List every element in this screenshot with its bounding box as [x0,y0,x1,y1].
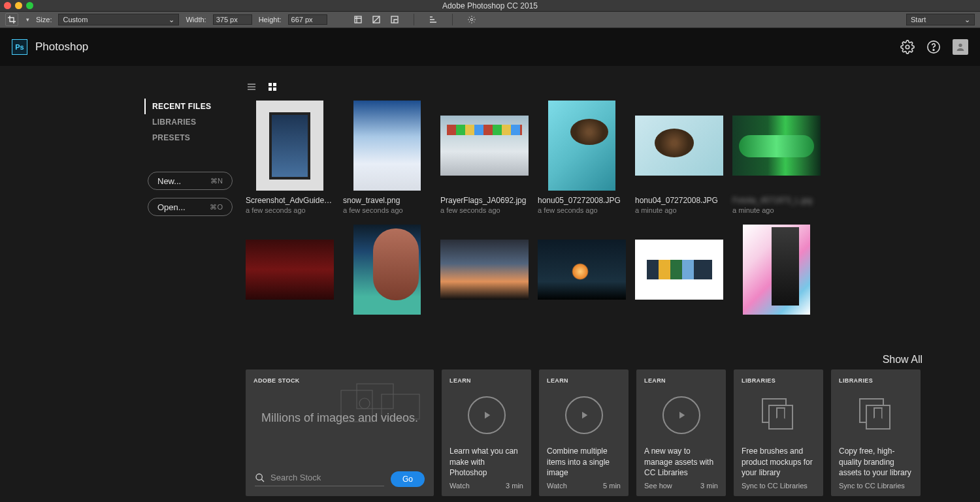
svg-point-16 [256,474,262,480]
close-window-button[interactable] [4,2,11,9]
file-name: snow_travel.png [343,196,431,205]
new-button-label: New... [157,176,181,186]
svg-rect-11 [273,87,276,91]
card-learn[interactable]: LEARN Combine multiple items into a sing… [539,369,629,496]
straighten-icon[interactable] [390,15,399,24]
svg-rect-13 [357,384,393,409]
card-action: Watch [449,482,470,490]
width-label: Width: [186,16,206,24]
card-duration: 3 min [506,482,523,490]
crop-tool-button[interactable] [5,13,18,26]
sidebar-nav: RECENT FILES LIBRARIES PRESETS [144,99,233,146]
library-stack-icon [859,398,893,432]
file-time: a few seconds ago [538,206,626,214]
view-list-icon[interactable] [247,82,256,91]
recent-file-item[interactable]: PrayerFlags_JA0692.jpg a few seconds ago [440,101,529,214]
height-input[interactable] [288,14,327,25]
file-name: honu04_07272008.JPG [635,196,723,205]
height-label: Height: [259,16,282,24]
clear-crop-icon[interactable] [372,15,381,24]
play-icon [662,396,700,434]
library-stack-icon [762,398,796,432]
svg-point-3 [470,18,473,21]
recent-file-item[interactable]: honu05_07272008.JPG a few seconds ago [538,101,626,214]
gear-icon[interactable] [467,15,476,24]
recent-file-item[interactable] [732,225,821,315]
file-time: a few seconds ago [246,206,334,214]
card-duration: 3 min [700,482,718,490]
file-time: a minute ago [635,206,723,214]
card-desc: Combine multiple items into a single ima… [547,446,621,478]
recent-file-item[interactable] [246,225,334,315]
photoshop-logo-icon: Ps [12,39,27,55]
new-button[interactable]: New... ⌘N [148,172,233,190]
size-preset-dropdown[interactable]: Custom ⌄ [58,14,179,25]
thumbnail [635,240,723,300]
view-grid-icon[interactable] [268,82,277,91]
file-name: PrayerFlags_JA0692.jpg [440,196,529,205]
recent-file-item[interactable] [440,225,529,315]
recent-file-item[interactable] [343,225,431,315]
recent-file-item[interactable]: Screenshot_AdvGuide_iPho… a few seconds … [246,101,334,214]
card-action: See how [644,482,672,490]
card-learn[interactable]: LEARN A new way to manage assets with CC… [636,369,726,496]
start-content: Screenshot_AdvGuide_iPho… a few seconds … [233,66,980,502]
start-sidebar: RECENT FILES LIBRARIES PRESETS New... ⌘N… [0,66,233,502]
svg-rect-9 [273,83,276,86]
svg-point-7 [958,44,962,47]
thumbnail [548,101,615,191]
card-action: Sync to CC Libraries [839,482,905,490]
zoom-window-button[interactable] [26,2,33,9]
recent-file-item[interactable]: snow_travel.png a few seconds ago [343,101,431,214]
open-button[interactable]: Open... ⌘O [148,198,233,216]
svg-point-6 [933,50,934,51]
crop-overlay-icon[interactable] [353,15,363,24]
open-button-label: Open... [157,202,186,212]
card-libraries[interactable]: LIBRARIES Free brushes and product mocku… [734,369,823,496]
card-tag: LEARN [547,377,621,384]
open-button-shortcut: ⌘O [210,203,223,212]
stock-search-input[interactable] [270,473,384,482]
settings-gear-icon[interactable] [900,40,915,54]
thumbnail [440,240,529,300]
card-tag: LEARN [644,377,718,384]
file-name: honu05_07272008.JPG [538,196,626,205]
sidebar-item-presets[interactable]: PRESETS [144,130,233,146]
show-all-link[interactable]: Show All [246,354,923,366]
workspace-dropdown[interactable]: Start ⌄ [906,14,975,25]
align-icon[interactable] [429,15,438,24]
window-title: Adobe Photoshop CC 2015 [442,1,538,10]
app-name: Photoshop [35,40,88,54]
tool-preset-chevron-icon[interactable]: ▾ [26,16,29,23]
card-libraries[interactable]: LIBRARIES Copy free, high-quality brandi… [831,369,921,496]
recent-file-item[interactable] [635,225,723,315]
stock-go-button[interactable]: Go [391,471,425,487]
recent-file-item[interactable]: honu04_07272008.JPG a minute ago [635,101,723,214]
card-desc: Copy free, high-quality branding assets … [839,446,913,478]
new-button-shortcut: ⌘N [210,177,223,185]
separator [452,14,453,25]
svg-rect-10 [269,87,272,91]
window-titlebar: Adobe Photoshop CC 2015 [0,0,980,12]
play-icon [565,396,603,434]
minimize-window-button[interactable] [15,2,22,9]
thumbnail [440,116,529,176]
account-avatar[interactable] [953,39,968,55]
file-name: Fotolia_4571973_L.jpg [732,196,821,205]
thumbnail [743,225,810,315]
bottom-cards: ADOBE STOCK Millions of images and video… [246,369,980,496]
thumbnail [256,101,323,191]
card-desc: A new way to manage assets with CC Libra… [644,446,718,478]
separator [414,14,414,25]
thumbnail [635,116,723,176]
sidebar-item-recent-files[interactable]: RECENT FILES [144,99,233,114]
thumbnail [246,240,334,300]
recent-file-item[interactable]: Fotolia_4571973_L.jpg a minute ago [732,101,821,214]
sidebar-item-libraries[interactable]: LIBRARIES [144,114,233,130]
help-icon[interactable] [926,40,941,54]
recent-file-item[interactable] [538,225,626,315]
play-icon [468,396,506,434]
card-learn[interactable]: LEARN Learn what you can make with Photo… [442,369,531,496]
width-input[interactable] [213,14,252,25]
svg-rect-14 [382,394,419,419]
